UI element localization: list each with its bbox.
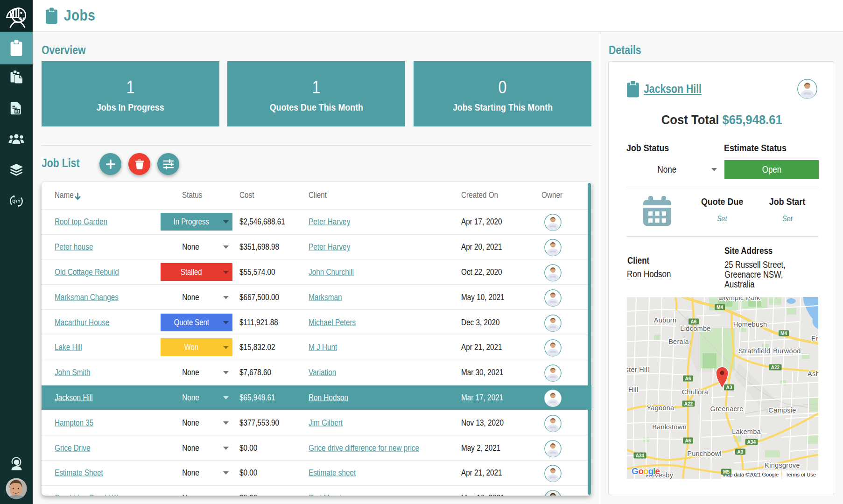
svg-text:A6: A6 — [691, 319, 697, 324]
svg-text:A6: A6 — [685, 438, 691, 443]
svg-text:Five Dock: Five Dock — [811, 335, 818, 342]
svg-text:G: G — [632, 466, 638, 476]
svg-text:Bankstown: Bankstown — [652, 423, 687, 431]
svg-text:Kingsgrove: Kingsgrove — [765, 462, 800, 469]
svg-text:Punchbowl: Punchbowl — [687, 450, 722, 457]
svg-text:Strathfield: Strathfield — [738, 347, 771, 355]
svg-text:$: $ — [16, 109, 19, 113]
svg-text:Lakemba: Lakemba — [732, 428, 761, 435]
svg-text:o: o — [643, 466, 648, 476]
svg-text:Olympic Park: Olympic Park — [718, 297, 760, 301]
svg-text:Hill: Hill — [628, 386, 638, 393]
svg-text:Greenacre: Greenacre — [710, 405, 743, 413]
svg-text:A34: A34 — [747, 440, 756, 445]
svg-text:Berala: Berala — [668, 338, 689, 345]
svg-text:M5: M5 — [723, 469, 730, 475]
svg-text:M4: M4 — [780, 331, 787, 336]
svg-text:A6: A6 — [685, 376, 691, 381]
svg-text:Terms of Use: Terms of Use — [786, 472, 816, 477]
svg-text:A3: A3 — [738, 449, 744, 455]
svg-text:Burwood: Burwood — [773, 347, 801, 355]
svg-text:Yagoona: Yagoona — [646, 404, 674, 412]
svg-text:A3: A3 — [726, 385, 732, 390]
svg-text:QTY: QTY — [12, 199, 21, 203]
svg-text:Chester Hill: Chester Hill — [627, 366, 649, 373]
svg-text:Ashfield: Ashfield — [808, 370, 818, 378]
svg-text:Lidcombe: Lidcombe — [680, 325, 710, 332]
svg-text:A34: A34 — [636, 453, 645, 458]
svg-text:g: g — [648, 466, 653, 476]
svg-text:Homebush: Homebush — [733, 321, 767, 328]
svg-text:A22: A22 — [684, 401, 693, 406]
svg-text:Chullora: Chullora — [682, 388, 709, 396]
svg-text:A22: A22 — [771, 365, 780, 370]
svg-text:e: e — [655, 466, 660, 476]
svg-text:Campsie: Campsie — [768, 406, 796, 414]
svg-text:Auburn: Auburn — [654, 316, 677, 324]
svg-text:M4: M4 — [717, 305, 723, 310]
svg-text:o: o — [639, 466, 644, 476]
